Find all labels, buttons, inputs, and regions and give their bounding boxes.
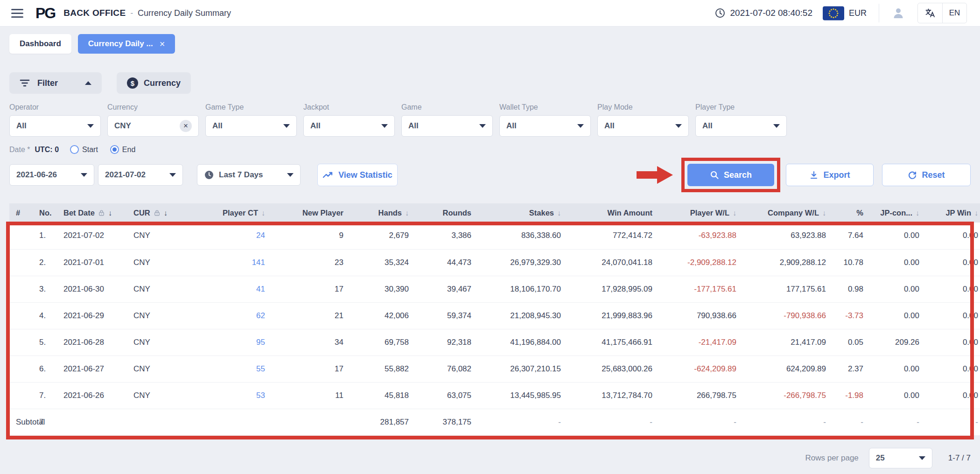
cell-company_wl: 624,209.89 [743,356,833,382]
cell-player_ct[interactable]: 141 [191,249,272,276]
operator-select[interactable]: All [9,115,101,137]
view-statistic-button[interactable]: View Statistic [317,164,398,186]
cell-no: 7. [33,382,57,409]
column-header-stakes[interactable]: Stakes↓ [478,203,567,223]
select-value: All [408,121,479,131]
wallet-type-select[interactable]: All [499,115,591,137]
column-label: New Player [302,209,343,217]
date-label: Date * [9,146,30,154]
tab-dashboard[interactable]: Dashboard [9,34,71,54]
cell-rounds: 59,374 [415,302,478,329]
eu-flag-icon[interactable] [823,6,844,21]
cell-hash [9,302,33,329]
cell-player_wl: 266,798.75 [659,382,743,409]
player-type-select[interactable]: All [695,115,787,137]
currency-code[interactable]: EUR [849,8,867,18]
cell-player_ct[interactable]: 41 [191,276,272,302]
sort-desc-icon: ↓ [557,209,561,217]
lock-icon [154,209,161,216]
currency-group-button[interactable]: $ Currency [117,72,191,94]
date-from-picker[interactable]: 2021-06-26 [9,164,94,186]
column-label: % [856,209,863,217]
column-header-company-w-l[interactable]: Company W/L↓ [743,203,833,223]
column-header-player-ct[interactable]: Player CT↓ [191,203,272,223]
game-type-select[interactable]: All [205,115,297,137]
date-filter-header: Date * UTC: 0 Start End [0,137,980,158]
cell-win_amount: 13,712,784.70 [567,382,659,409]
cell-new_player: 21 [272,302,350,329]
cell-jp_win: 0.00 [926,382,980,409]
clear-icon[interactable]: × [180,120,192,132]
filter-fields: Operator All Currency CNY × Game Type Al… [0,94,980,137]
rows-per-page-select[interactable]: 25 [869,448,932,468]
radio-start[interactable]: Start [70,145,98,154]
refresh-icon [908,170,917,180]
cell-hands: 69,758 [350,329,415,356]
subtotal-jp_win: - [926,409,980,435]
currency-select[interactable]: CNY × [107,115,199,137]
cell-player_ct[interactable]: 24 [191,223,272,249]
radio-end[interactable]: End [110,145,135,154]
cell-win_amount: 24,070,041.18 [567,249,659,276]
translate-icon[interactable] [918,3,942,23]
column-header-jp-win[interactable]: JP Win↓ [926,203,980,223]
select-value: CNY [114,121,180,131]
cell-player_ct[interactable]: 62 [191,302,272,329]
play-mode-select[interactable]: All [597,115,689,137]
jackpot-select[interactable]: All [303,115,395,137]
cell-stakes: 18,106,170.70 [478,276,567,302]
column-header-jp-con-[interactable]: JP-con...↓ [870,203,926,223]
filter-label: Player Type [695,103,787,112]
column-header-player-w-l[interactable]: Player W/L↓ [659,203,743,223]
app-title: BACK OFFICE [63,8,126,18]
cell-win_amount: 17,928,995.09 [567,276,659,302]
user-icon[interactable] [891,6,905,20]
cell-jp_con: 0.00 [870,223,926,249]
column-header-cur[interactable]: CUR↓ [127,203,191,223]
dropdown-caret-icon [283,124,290,128]
subtotal-bet_date [57,409,127,435]
column-label: Company W/L [768,209,819,217]
filter-toggle-button[interactable]: Filter [9,72,102,94]
export-label: Export [823,170,850,180]
column-header-hands[interactable]: Hands↓ [350,203,415,223]
cell-jp_win: 0.00 [926,356,980,382]
cell-hash [9,249,33,276]
game-select[interactable]: All [401,115,493,137]
select-value: All [212,121,283,131]
sort-desc-icon: ↓ [974,209,978,217]
cell-player_ct[interactable]: 95 [191,329,272,356]
tab-currency-daily[interactable]: Currency Daily ... × [78,34,175,54]
reset-button[interactable]: Reset [882,164,971,186]
date-controls-row: 2021-06-26 2021-07-02 Last 7 Days View S… [0,158,980,192]
table-row: 3.2021-06-30CNY411730,39039,46718,106,17… [9,276,980,302]
cell-pct: 0.05 [833,329,870,356]
dropdown-caret-icon [919,456,925,460]
menu-icon[interactable] [11,9,23,18]
cell-stakes: 21,208,945.30 [478,302,567,329]
table-row: 2.2021-07-01CNY1412335,32444,47326,979,3… [9,249,980,276]
cell-bet_date: 2021-06-27 [57,356,127,382]
column-label: Hands [378,209,402,217]
column-header-bet-date[interactable]: Bet Date↓ [57,203,127,223]
language-value[interactable]: EN [942,3,966,23]
date-preset-select[interactable]: Last 7 Days [197,164,301,186]
filter-currency: Currency CNY × [107,103,199,137]
table-row: 6.2021-06-27CNY551755,88276,08226,307,21… [9,356,980,382]
cell-player_ct[interactable]: 55 [191,356,272,382]
column-label: JP Win [945,209,971,217]
close-tab-icon[interactable]: × [160,39,165,49]
search-button[interactable]: Search [687,164,774,186]
subtotal-hands: 281,857 [350,409,415,435]
table-row: 5.2021-06-28CNY953469,75892,31841,196,88… [9,329,980,356]
select-value: All [702,121,773,131]
export-button[interactable]: Export [786,164,874,186]
annotation-arrow-icon [636,165,674,185]
title-separator: - [130,8,133,18]
column-label: CUR [133,209,150,217]
language-switcher[interactable]: EN [917,3,967,23]
cell-player_ct[interactable]: 53 [191,382,272,409]
date-to-picker[interactable]: 2021-07-02 [98,164,183,186]
column-label: # [16,209,20,217]
radio-icon [70,145,79,154]
